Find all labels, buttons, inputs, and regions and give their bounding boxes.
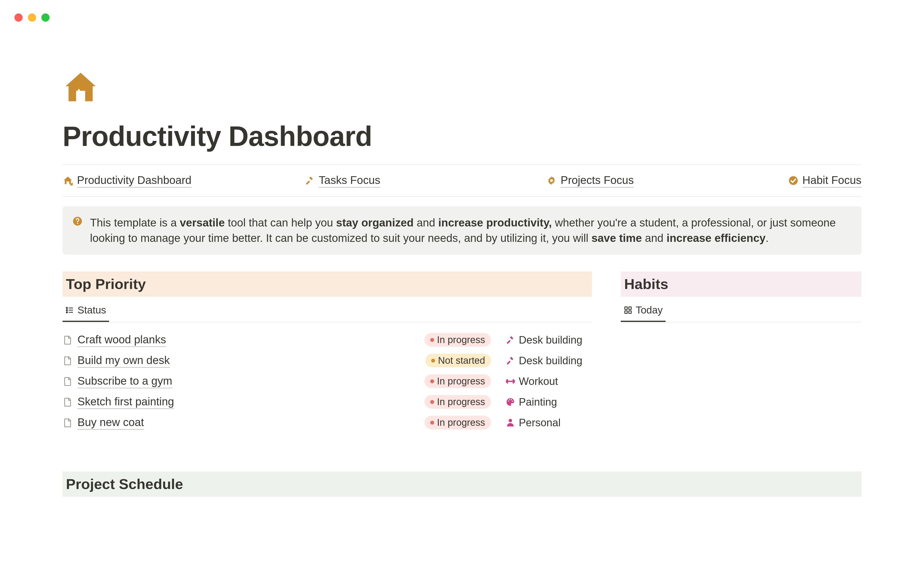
svg-rect-11 [507, 340, 511, 344]
status-label: In progress [437, 376, 485, 387]
nav-label: Projects Focus [561, 174, 634, 187]
tab-status[interactable]: Status [63, 300, 109, 322]
project-cell[interactable]: Workout [505, 375, 592, 387]
svg-rect-24 [629, 307, 632, 309]
task-title: Craft wood planks [78, 333, 166, 347]
svg-point-9 [66, 312, 68, 313]
status-label: Not started [438, 355, 485, 366]
project-cell[interactable]: Desk building [505, 334, 592, 346]
svg-rect-23 [625, 307, 628, 309]
window-close-button[interactable] [15, 13, 23, 22]
task-row[interactable]: Craft wood planks In progress Desk build… [63, 330, 592, 350]
task-title: Subscribe to a gym [78, 374, 172, 388]
project-label: Desk building [519, 355, 582, 367]
window-controls [0, 0, 924, 22]
nav-label: Tasks Focus [319, 174, 380, 187]
page-icon [63, 376, 73, 386]
status-pill: Not started [425, 354, 491, 367]
project-cell[interactable]: Desk building [505, 355, 592, 367]
svg-rect-25 [625, 311, 628, 314]
task-row[interactable]: Sketch first painting In progress Painti… [63, 392, 592, 412]
status-dot [430, 338, 434, 342]
status-dot [430, 379, 434, 383]
status-dot [431, 359, 435, 363]
svg-point-21 [512, 401, 513, 402]
check-circle-icon [788, 175, 799, 186]
hammer-pink-icon [505, 335, 515, 345]
task-list: Craft wood planks In progress Desk build… [63, 330, 592, 433]
top-priority-tabs: Status [63, 300, 592, 322]
svg-point-7 [66, 309, 68, 311]
page-icon[interactable] [63, 70, 861, 106]
tab-label: Status [78, 305, 106, 316]
gallery-icon [624, 306, 632, 314]
divider [63, 196, 861, 197]
window-minimize-button[interactable] [28, 13, 36, 22]
person-icon [505, 417, 515, 428]
status-dot [430, 400, 434, 404]
svg-point-4 [77, 223, 78, 224]
svg-point-19 [509, 399, 510, 400]
project-label: Workout [519, 375, 558, 387]
svg-rect-12 [507, 361, 511, 365]
project-label: Desk building [519, 334, 582, 346]
section-header-habits: Habits [621, 271, 861, 297]
window-maximize-button[interactable] [41, 13, 50, 22]
dumbbell-icon [505, 376, 515, 386]
page-title[interactable]: Productivity Dashboard [63, 120, 861, 164]
project-cell[interactable]: Painting [505, 396, 592, 408]
habits-tabs: Today [621, 300, 861, 322]
task-title: Sketch first painting [78, 395, 174, 409]
info-callout: This template is a versatile tool that c… [63, 206, 861, 255]
callout-text: This template is a versatile tool that c… [90, 215, 852, 246]
nav-row: Productivity Dashboard Tasks Focus Proje… [63, 165, 861, 196]
project-label: Painting [519, 396, 557, 408]
status-label: In progress [437, 396, 485, 407]
status-label: In progress [437, 417, 485, 428]
nav-item-habit-focus[interactable]: Habit Focus [788, 174, 861, 187]
tab-label: Today [636, 305, 663, 316]
page-icon [63, 397, 73, 407]
hammer-icon [304, 175, 315, 186]
nav-label: Habit Focus [803, 174, 861, 187]
status-pill: In progress [425, 374, 491, 388]
task-title: Buy new coat [78, 416, 144, 430]
section-header-project-schedule: Project Schedule [63, 471, 861, 497]
svg-rect-0 [306, 181, 310, 185]
nav-item-productivity-dashboard[interactable]: Productivity Dashboard [63, 174, 304, 187]
nav-item-projects-focus[interactable]: Projects Focus [546, 174, 788, 187]
project-cell[interactable]: Personal [505, 417, 592, 429]
task-row[interactable]: Build my own desk Not started Desk build… [63, 350, 592, 371]
hammer-pink-icon [505, 356, 515, 366]
svg-point-1 [550, 179, 553, 182]
svg-point-2 [789, 176, 798, 185]
project-label: Personal [519, 417, 561, 429]
nav-item-tasks-focus[interactable]: Tasks Focus [304, 174, 546, 187]
page-icon [63, 335, 73, 345]
palette-icon [505, 397, 515, 407]
status-dot [430, 421, 434, 425]
question-circle-icon [72, 216, 83, 226]
task-row[interactable]: Buy new coat In progress Personal [63, 412, 592, 433]
list-icon [65, 306, 74, 314]
task-title: Build my own desk [78, 354, 170, 367]
svg-point-20 [511, 399, 512, 400]
gear-icon [546, 175, 557, 186]
tab-today[interactable]: Today [621, 300, 666, 322]
page-icon [63, 356, 73, 366]
svg-point-22 [509, 419, 512, 422]
svg-point-5 [66, 308, 68, 309]
section-header-top-priority: Top Priority [63, 271, 592, 297]
page-icon [63, 417, 73, 428]
house-arrow-icon [63, 175, 73, 186]
status-pill: In progress [425, 333, 491, 347]
status-label: In progress [437, 334, 485, 345]
nav-label: Productivity Dashboard [77, 174, 192, 187]
svg-rect-26 [629, 311, 632, 314]
status-pill: In progress [425, 395, 491, 409]
svg-point-18 [508, 401, 509, 402]
task-row[interactable]: Subscribe to a gym In progress Workout [63, 371, 592, 392]
status-pill: In progress [425, 416, 491, 429]
